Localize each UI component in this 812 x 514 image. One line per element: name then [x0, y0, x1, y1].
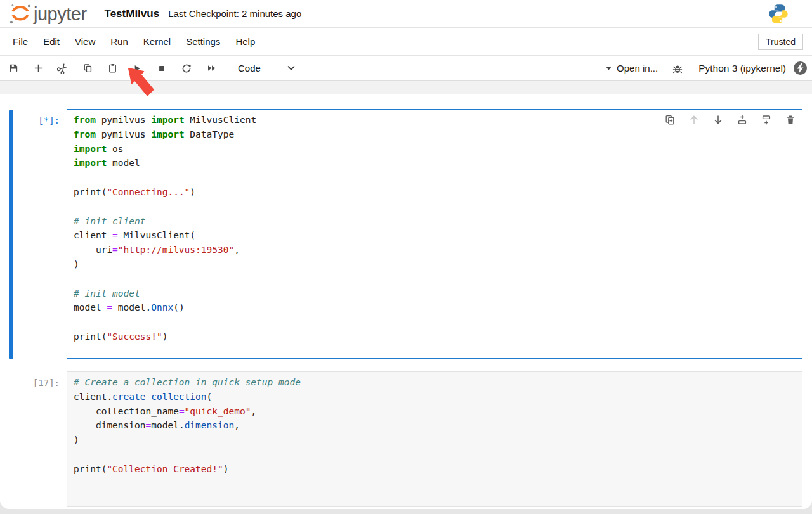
cell-type-select[interactable]: Code: [238, 63, 295, 74]
menu-item-run[interactable]: Run: [103, 32, 136, 51]
code-content: from pymilvus import MilvusClientfrom py…: [74, 115, 796, 346]
open-in-menu[interactable]: Open in...: [606, 63, 658, 74]
trusted-badge[interactable]: Trusted: [758, 34, 803, 50]
kernel-busy-icon: [794, 61, 807, 75]
notebook-title[interactable]: TestMilvus: [105, 8, 160, 20]
copy-button[interactable]: [82, 63, 93, 74]
cell-type-value: Code: [238, 63, 261, 74]
fast-forward-icon: [206, 63, 217, 74]
execution-prompt: [17]:: [0, 371, 67, 507]
menu-item-kernel[interactable]: Kernel: [136, 32, 178, 51]
jupyter-window: jupyter TestMilvus Last Checkpoint: 2 mi…: [0, 0, 812, 514]
jupyter-logo-icon: [9, 3, 32, 25]
interrupt-button[interactable]: [156, 63, 167, 74]
insert-cell-above-button[interactable]: [737, 114, 748, 125]
delete-cell-button[interactable]: [785, 114, 796, 125]
code-editor[interactable]: # Create a collection in quick setup mod…: [67, 371, 802, 507]
paste-icon: [107, 63, 118, 74]
copy-icon: [82, 63, 93, 74]
move-cell-up-button[interactable]: [688, 114, 700, 125]
jupyter-logo[interactable]: jupyter: [9, 3, 87, 25]
menu-item-view[interactable]: View: [67, 32, 103, 51]
code-cell-executed: [17]: # Create a collection in quick set…: [0, 371, 812, 507]
menu-item-edit[interactable]: Edit: [36, 32, 67, 51]
paste-button[interactable]: [107, 63, 118, 74]
code-cell-running: [*]: from pymilvus import MilvusClientfr…: [0, 109, 812, 359]
menu-item-file[interactable]: File: [5, 32, 36, 51]
insert-cell-button[interactable]: [32, 63, 44, 74]
checkpoint-label: Last Checkpoint: 2 minutes ago: [168, 8, 301, 19]
plus-icon: [33, 63, 44, 74]
restart-run-all-button[interactable]: [206, 63, 217, 74]
notebook-header: jupyter TestMilvus Last Checkpoint: 2 mi…: [0, 0, 812, 28]
insert-cell-below-button[interactable]: [761, 114, 772, 125]
active-cell-indicator[interactable]: [9, 110, 13, 359]
code-content: # Create a collection in quick setup mod…: [74, 377, 796, 479]
duplicate-cell-button[interactable]: [664, 114, 676, 125]
move-cell-down-button[interactable]: [712, 114, 724, 125]
menu-item-settings[interactable]: Settings: [178, 32, 228, 51]
insert-below-icon: [761, 114, 772, 125]
cut-button[interactable]: [57, 63, 69, 74]
run-icon: [132, 63, 142, 74]
run-button[interactable]: [131, 63, 143, 74]
bug-icon: [672, 63, 683, 74]
notebook-toolbar: Code Open in... Python 3 (ipykern: [0, 56, 812, 81]
open-in-label: Open in...: [617, 63, 658, 74]
debugger-button[interactable]: [672, 63, 683, 74]
save-button[interactable]: [8, 63, 19, 74]
restart-kernel-button[interactable]: [181, 63, 192, 74]
insert-above-icon: [737, 114, 748, 125]
notebook-panel: [*]: from pymilvus import MilvusClientfr…: [0, 94, 812, 509]
python-logo-icon: [768, 3, 789, 25]
kernel-status-indicator[interactable]: [794, 61, 807, 75]
logo-text: jupyter: [34, 4, 87, 25]
kernel-name[interactable]: Python 3 (ipykernel): [698, 63, 786, 74]
arrow-up-icon: [688, 114, 700, 125]
duplicate-icon: [664, 114, 676, 125]
code-editor[interactable]: from pymilvus import MilvusClientfrom py…: [67, 109, 802, 359]
menubar: File Edit View Run Kernel Settings Help …: [0, 28, 812, 56]
menu-item-help[interactable]: Help: [228, 32, 263, 51]
arrow-down-icon: [712, 114, 724, 125]
caret-down-icon: [606, 67, 612, 70]
stop-icon: [157, 63, 167, 74]
toolbar-gap: [0, 81, 812, 94]
trash-icon: [785, 114, 796, 125]
restart-icon: [181, 63, 192, 74]
scissors-icon: [57, 63, 69, 74]
save-icon: [8, 63, 19, 74]
cell-toolbar: [664, 114, 796, 125]
chevron-down-icon: [287, 66, 295, 71]
